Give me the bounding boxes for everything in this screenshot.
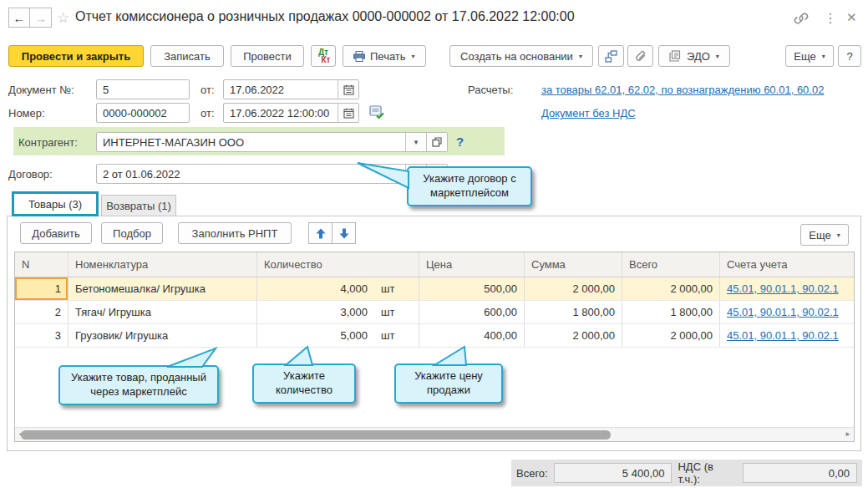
quantity-cell[interactable]: 4,000 — [257, 277, 374, 300]
col-price[interactable]: Цена — [419, 252, 525, 277]
tab-returns[interactable]: Возвраты (1) — [101, 195, 176, 216]
total-cell[interactable]: 2 000,00 — [622, 324, 720, 347]
get-link-icon[interactable] — [794, 11, 809, 26]
accounts-link[interactable]: 45.01, 90.01.1, 90.02.1 — [727, 306, 839, 318]
create-based-on-button[interactable]: Создать на основании ▾ — [449, 45, 593, 67]
accounts-link[interactable]: 45.01, 90.01.1, 90.02.1 — [727, 329, 839, 342]
settlements-link[interactable]: за товары 62.01, 62.02, по вознаграждени… — [541, 84, 824, 96]
page-title: Отчет комиссионера о розничных продажах … — [75, 9, 575, 24]
tab-goods[interactable]: Товары (3) — [12, 191, 99, 216]
counterparty-dropdown-icon[interactable]: ▾ — [405, 133, 426, 151]
accounts-cell[interactable]: 45.01, 90.01.1, 90.02.1 — [720, 324, 854, 347]
number-label: Номер: — [8, 107, 45, 119]
related-documents-button[interactable] — [598, 45, 624, 67]
unit-cell[interactable]: шт — [374, 324, 419, 347]
help-button[interactable]: ? — [838, 45, 861, 67]
contract-label: Договор: — [8, 168, 53, 180]
more-caret-icon: ▾ — [822, 53, 825, 60]
datetime-from-label: от: — [201, 107, 215, 119]
col-accounts[interactable]: Счета учета — [720, 252, 854, 277]
add-row-button[interactable]: Добавить — [20, 222, 92, 244]
pick-button[interactable]: Подбор — [101, 222, 163, 244]
quantity-cell[interactable]: 5,000 — [257, 324, 374, 347]
row-number-cell[interactable]: 2 — [15, 301, 69, 323]
close-icon[interactable]: ✕ — [846, 10, 857, 25]
accounts-cell[interactable]: 45.01, 90.01.1, 90.02.1 — [720, 277, 854, 300]
doc-date-input[interactable]: 17.06.2022 — [223, 79, 359, 99]
table-more-button[interactable]: Еще ▾ — [800, 224, 849, 246]
forward-icon[interactable]: → — [30, 8, 52, 28]
edo-label: ЭДО — [687, 50, 710, 63]
fill-rnpt-button[interactable]: Заполнить РНПТ — [178, 222, 292, 244]
row-number-cell[interactable]: 3 — [15, 324, 69, 347]
horizontal-scrollbar[interactable]: ◄ ► — [15, 427, 854, 441]
col-n[interactable]: N — [15, 252, 69, 277]
table-more-caret-icon: ▾ — [837, 231, 840, 239]
table-header-row: N Номенклатура Количество Цена Сумма Все… — [15, 252, 854, 277]
set-current-time-icon[interactable] — [369, 104, 385, 119]
counterparty-label: Контрагент: — [18, 136, 78, 149]
table-row[interactable]: 2 Тягач/ Игрушка 3,000 шт 600,00 1 800,0… — [15, 301, 854, 324]
total-cell[interactable]: 2 000,00 — [622, 277, 720, 300]
scroll-right-icon[interactable]: ► — [845, 430, 851, 438]
edo-button[interactable]: ЭДО ▾ — [658, 45, 730, 67]
doc-no-label: Документ №: — [8, 84, 74, 96]
number-input[interactable]: 0000-000002 — [96, 103, 190, 123]
post-button[interactable]: Провести — [231, 45, 304, 67]
table-row[interactable]: 1 Бетономешалка/ Игрушка 4,000 шт 500,00… — [15, 277, 854, 301]
move-up-icon[interactable] — [308, 222, 332, 244]
col-nomenclature[interactable]: Номенклатура — [69, 252, 257, 277]
kt-label: Кт — [321, 56, 330, 64]
doc-datetime-input[interactable]: 17.06.2022 12:00:00 — [223, 103, 359, 123]
doc-no-input[interactable]: 5 — [96, 79, 190, 99]
edo-caret-icon: ▾ — [716, 53, 719, 60]
post-and-close-button[interactable]: Провести и закрыть — [8, 45, 144, 67]
dt-kt-postings-button[interactable]: Дт Кт — [311, 45, 336, 67]
print-label: Печать — [370, 50, 406, 63]
sum-cell[interactable]: 2 000,00 — [525, 324, 622, 347]
unit-cell[interactable]: шт — [374, 277, 419, 300]
nomenclature-cell[interactable]: Бетономешалка/ Игрушка — [69, 277, 257, 300]
col-quantity[interactable]: Количество — [257, 252, 419, 277]
accounts-cell[interactable]: 45.01, 90.01.1, 90.02.1 — [720, 301, 854, 323]
scrollbar-thumb[interactable] — [21, 430, 611, 440]
row-number-cell[interactable]: 1 — [15, 277, 69, 300]
col-total[interactable]: Всего — [622, 252, 720, 277]
table-row[interactable]: 3 Грузовик/ Игрушка 5,000 шт 400,00 2 00… — [15, 324, 854, 348]
price-cell[interactable]: 500,00 — [419, 277, 525, 300]
sum-cell[interactable]: 2 000,00 — [525, 277, 622, 300]
attachments-button[interactable] — [627, 45, 653, 67]
calendar-icon[interactable] — [338, 104, 358, 122]
col-sum[interactable]: Сумма — [525, 252, 622, 277]
no-vat-link[interactable]: Документ без НДС — [541, 107, 636, 119]
print-button[interactable]: Печать ▾ — [343, 45, 426, 67]
favorite-star-icon[interactable]: ☆ — [57, 9, 69, 27]
counterparty-open-icon[interactable] — [426, 133, 447, 151]
back-icon[interactable]: ← — [8, 8, 30, 28]
unit-cell[interactable]: шт — [374, 301, 419, 323]
accounts-link[interactable]: 45.01, 90.01.1, 90.02.1 — [727, 282, 839, 295]
nomenclature-cell[interactable]: Грузовик/ Игрушка — [69, 324, 257, 347]
more-button[interactable]: Еще ▾ — [785, 45, 834, 67]
callout-tail — [418, 345, 476, 367]
print-icon — [353, 51, 365, 62]
price-cell[interactable]: 400,00 — [419, 324, 525, 347]
callout-tail — [355, 160, 410, 194]
calendar-icon[interactable] — [338, 80, 358, 99]
counterparty-input[interactable]: ИНТЕРНЕТ-МАГАЗИН ООО ▾ — [96, 132, 448, 152]
callout-quantity: Укажите количество — [252, 363, 356, 404]
footer-vat-label: НДС (в т.ч.): — [678, 460, 737, 485]
price-cell[interactable]: 600,00 — [419, 301, 525, 323]
callout-contract: Укажите договор с маркетплейсом — [407, 166, 532, 206]
move-down-icon[interactable] — [332, 222, 356, 244]
create-based-on-label: Создать на основании — [460, 50, 573, 63]
window-title-bar: ← → ☆ Отчет комиссионера о розничных про… — [0, 0, 868, 37]
nomenclature-cell[interactable]: Тягач/ Игрушка — [69, 301, 257, 323]
quantity-cell[interactable]: 3,000 — [257, 301, 374, 323]
sum-cell[interactable]: 1 800,00 — [525, 301, 622, 323]
more-dots-icon[interactable]: ⋮ — [824, 10, 837, 26]
counterparty-help-link[interactable]: ? — [456, 135, 464, 149]
save-button[interactable]: Записать — [150, 45, 224, 67]
callout-price: Укажите цену продажи — [394, 363, 503, 404]
total-cell[interactable]: 1 800,00 — [622, 301, 720, 323]
